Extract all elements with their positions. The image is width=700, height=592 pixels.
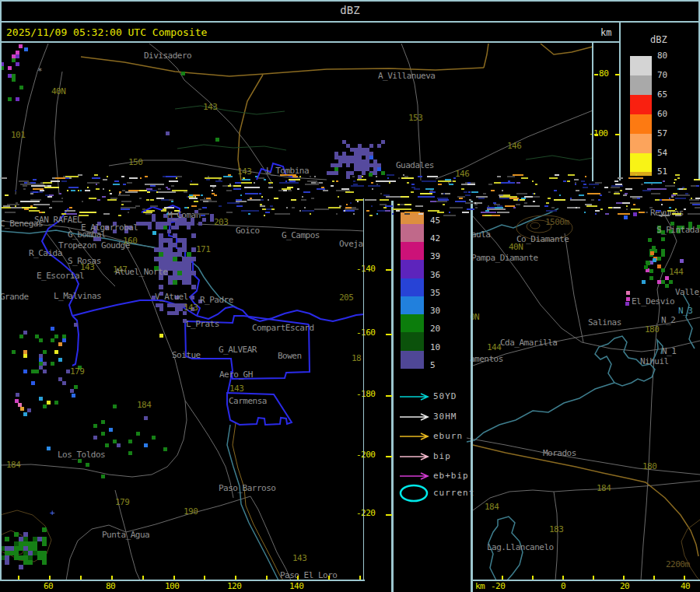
clutter-dash <box>651 193 660 194</box>
clutter-dash <box>15 190 16 191</box>
clutter-dash <box>481 212 496 213</box>
clutter-dash <box>600 208 603 210</box>
clutter-dash <box>443 215 456 216</box>
reflectivity-scale-value-label: 20 <box>430 324 440 334</box>
dbz-scale-value-label: 60 <box>657 110 667 119</box>
clutter-dash <box>505 205 515 207</box>
clutter-dash <box>372 188 373 190</box>
clutter-dash <box>145 213 151 215</box>
reflectivity-scale-swatch <box>401 351 424 369</box>
reflectivity-scale-swatch <box>401 278 424 296</box>
clutter-dash <box>633 204 635 205</box>
clutter-dash <box>33 184 44 185</box>
clutter-dash <box>174 210 180 212</box>
clutter-dash <box>656 210 661 212</box>
clutter-dash <box>258 177 264 179</box>
clutter-dash <box>254 182 255 184</box>
clutter-dash <box>548 198 551 199</box>
clutter-dash <box>55 177 65 179</box>
clutter-dash <box>194 201 198 202</box>
clutter-dash <box>121 208 130 210</box>
clutter-dash <box>392 213 394 215</box>
clutter-dash <box>600 194 602 196</box>
clutter-dash <box>518 199 520 201</box>
clutter-dash <box>679 188 683 190</box>
clutter-dash <box>161 199 169 201</box>
aux-map-window[interactable] <box>473 216 700 580</box>
clutter-dash <box>113 184 120 185</box>
clutter-dash <box>150 185 156 187</box>
clutter-dash <box>338 196 339 198</box>
clutter-dash <box>332 180 334 182</box>
clutter-dash <box>297 188 299 190</box>
clutter-dash <box>191 180 192 182</box>
zoom-window[interactable] <box>2 216 363 580</box>
axis-tick-mark <box>386 334 392 335</box>
clutter-dash <box>608 191 611 193</box>
clutter-dash <box>677 194 690 196</box>
reflectivity-scale-swatch <box>401 242 424 260</box>
clutter-dash <box>171 201 173 202</box>
track-legend-arrow-30HM <box>400 414 428 420</box>
clutter-dash <box>691 185 696 187</box>
clutter-dash <box>684 208 686 210</box>
clutter-dash <box>387 177 389 179</box>
clutter-dash <box>583 187 588 188</box>
clutter-dash <box>158 188 161 190</box>
clutter-dash <box>586 205 597 207</box>
axis-tick-label: 60 <box>44 582 53 591</box>
clutter-dash <box>304 207 306 208</box>
clutter-dash <box>78 190 79 191</box>
clutter-dash <box>524 202 527 204</box>
clutter-dash <box>146 210 155 212</box>
clutter-dash <box>532 180 534 182</box>
clutter-dash <box>268 187 273 188</box>
clutter-dash <box>219 205 222 207</box>
clutter-dash <box>623 194 627 196</box>
clutter-dash <box>44 187 59 188</box>
clutter-dash <box>411 187 415 188</box>
clutter-dash <box>544 205 548 207</box>
clutter-dash <box>441 193 450 194</box>
clutter-dash <box>604 187 608 188</box>
clutter-dash <box>247 199 261 201</box>
timestamp-label: 2025/11/09 05:32:00 UTC Composite <box>6 26 207 38</box>
clutter-dash <box>226 212 233 213</box>
clutter-dash <box>69 207 72 208</box>
clutter-dash <box>430 193 432 194</box>
clutter-dash <box>383 207 387 208</box>
clutter-dash <box>365 199 376 201</box>
clutter-dash <box>67 190 68 191</box>
clutter-dash <box>598 199 600 201</box>
cappi-composite-window[interactable] <box>2 43 592 177</box>
clutter-dash <box>203 201 208 202</box>
clutter-dash <box>122 190 125 191</box>
clutter-dash <box>278 190 283 191</box>
clutter-dash <box>71 190 75 191</box>
clutter-dash <box>51 180 60 182</box>
clutter-dash <box>23 185 27 187</box>
clutter-dash <box>439 180 456 182</box>
clutter-dash <box>692 204 700 205</box>
clutter-dash <box>438 184 442 185</box>
clutter-dash <box>639 212 645 213</box>
clutter-dash <box>65 210 75 212</box>
clutter-dash <box>250 198 252 199</box>
clutter-dash <box>119 193 121 194</box>
axis-tick-mark <box>386 269 392 271</box>
clutter-dash <box>554 190 557 191</box>
clutter-dash <box>184 207 187 208</box>
clutter-dash <box>576 207 577 208</box>
clutter-dash <box>292 207 295 208</box>
clutter-dash <box>194 213 209 215</box>
clutter-dash <box>150 199 154 201</box>
axis-tick-label: 140 <box>289 582 303 591</box>
clutter-dash <box>628 177 643 179</box>
clutter-dash <box>2 207 11 208</box>
clutter-dash <box>29 210 40 212</box>
clutter-dash <box>268 182 273 184</box>
axis-tick-label: 120 <box>227 582 241 591</box>
clutter-dash <box>42 212 45 213</box>
clutter-dash <box>97 199 100 201</box>
clutter-dash <box>445 179 451 180</box>
